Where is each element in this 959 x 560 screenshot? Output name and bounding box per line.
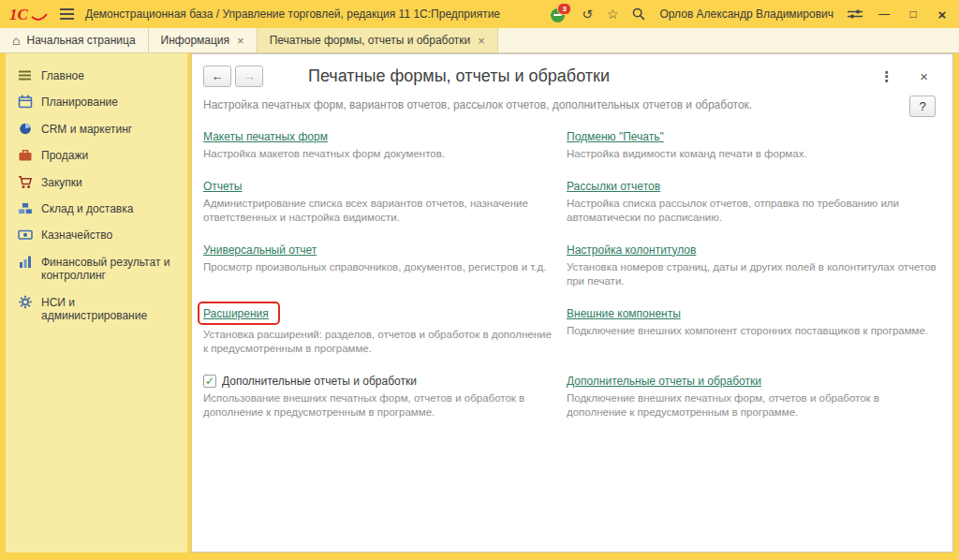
feature-description: Настройка видимости команд печати в форм…: [567, 147, 941, 161]
feature-description: Подключение внешних компонент сторонних …: [567, 324, 941, 338]
form-actions: ⋮ ×: [879, 68, 941, 85]
sidebar-item-label: Планирование: [41, 96, 118, 109]
discussions-icon[interactable]: 3: [551, 7, 568, 22]
main-menu-icon[interactable]: [60, 8, 74, 20]
tab-information[interactable]: Информация ×: [149, 28, 258, 52]
sidebar-item-label: НСИ и администрирование: [41, 296, 180, 323]
forward-arrow-icon: →: [243, 69, 256, 83]
page-title: Печатные формы, отчеты и обработки: [308, 66, 610, 86]
tab-close-icon[interactable]: ×: [478, 35, 485, 47]
feature-extensions: Расширения Установка расширений: раздело…: [203, 304, 557, 356]
minimize-button[interactable]: —: [877, 7, 892, 21]
link-report-mailings[interactable]: Рассылки отчетов: [567, 180, 660, 193]
link-headers-footers[interactable]: Настройка колонтитулов: [567, 243, 696, 257]
titlebar-actions: 3 ↺ ☆ Орлов Александр Владимирович —: [551, 7, 950, 22]
back-arrow-icon: ←: [212, 69, 224, 83]
link-reports[interactable]: Отчеты: [203, 180, 242, 193]
checkbox-label: Дополнительные отчеты и обработки: [222, 375, 417, 388]
highlight-annotation: Расширения: [198, 302, 280, 325]
checkbox-additional-reports[interactable]: ✓ Дополнительные отчеты и обработки: [203, 375, 417, 388]
more-actions-icon[interactable]: ⋮: [879, 68, 893, 85]
feature-description: Подключение внешних печатных форм, отчет…: [567, 391, 941, 420]
feature-description: Администрирование списка всех вариантов …: [203, 197, 557, 225]
tab-print-forms[interactable]: Печатные формы, отчеты и обработки ×: [258, 28, 498, 52]
feature-description: Настройка макетов печатных форм документ…: [203, 147, 557, 161]
feature-additional-reports-link: Дополнительные отчеты и обработки Подклю…: [567, 372, 941, 420]
sidebar-item-purchases[interactable]: Закупки: [6, 169, 187, 196]
tab-label: Печатные формы, отчеты и обработки: [270, 34, 471, 47]
feature-additional-reports-toggle: ✓ Дополнительные отчеты и обработки Испо…: [203, 372, 557, 420]
feature-print-templates: Макеты печатных форм Настройка макетов п…: [203, 127, 557, 161]
back-button[interactable]: ←: [203, 66, 231, 87]
feature-description: Установка расширений: разделов, отчетов …: [203, 328, 557, 356]
tab-home-page[interactable]: ⌂ Начальная страница: [0, 28, 149, 52]
cart-icon: [18, 175, 33, 189]
link-additional-reports[interactable]: Дополнительные отчеты и обработки: [567, 375, 761, 388]
sidebar-item-sales[interactable]: Продажи: [6, 142, 187, 169]
feature-description: Установка номеров страниц, даты и других…: [567, 260, 941, 288]
sidebar-item-financial-result[interactable]: Финансовый результат и контроллинг: [6, 249, 187, 289]
tab-label: Начальная страница: [26, 34, 135, 47]
feature-description: Настройка списка рассылок отчетов, отпра…: [567, 197, 941, 225]
bar-chart-icon: [18, 255, 33, 269]
checkbox-box[interactable]: ✓: [203, 375, 216, 388]
form-header: ← → Печатные формы, отчеты и обработки ⋮…: [192, 54, 952, 87]
feature-report-mailings: Рассылки отчетов Настройка списка рассыл…: [567, 177, 941, 225]
sidebar-item-label: Казначейство: [41, 228, 112, 242]
features-grid: Макеты печатных форм Настройка макетов п…: [192, 111, 952, 419]
sidebar-item-label: Закупки: [41, 176, 82, 189]
sidebar-item-warehouse[interactable]: Склад и доставка: [6, 196, 187, 222]
link-universal-report[interactable]: Универсальный отчет: [203, 243, 317, 257]
link-print-submenu[interactable]: Подменю "Печать": [567, 130, 664, 143]
money-icon: [18, 228, 33, 242]
history-icon[interactable]: ↺: [582, 7, 593, 21]
gear-icon: [18, 295, 33, 309]
sidebar-item-crm[interactable]: CRM и маркетинг: [6, 116, 187, 142]
calendar-icon: [18, 95, 33, 109]
home-icon: ⌂: [12, 34, 20, 47]
help-button[interactable]: ?: [909, 96, 936, 117]
tab-label: Информация: [161, 34, 229, 47]
view-settings-icon[interactable]: [848, 8, 863, 20]
feature-description: Использование внешних печатных форм, отч…: [203, 391, 557, 420]
close-button[interactable]: ×: [935, 7, 950, 22]
maximize-button[interactable]: □: [906, 7, 921, 21]
feature-external-components: Внешние компоненты Подключение внешних к…: [567, 304, 941, 356]
sidebar-item-label: Финансовый результат и контроллинг: [41, 256, 180, 283]
sidebar-item-planning[interactable]: Планирование: [6, 89, 187, 115]
link-external-components[interactable]: Внешние компоненты: [567, 307, 681, 320]
search-icon[interactable]: [632, 7, 645, 21]
sidebar-item-treasury[interactable]: Казначейство: [6, 222, 187, 248]
forward-button[interactable]: →: [235, 66, 263, 87]
feature-print-submenu: Подменю "Печать" Настройка видимости ком…: [567, 127, 941, 161]
tab-close-icon[interactable]: ×: [237, 35, 244, 47]
feature-description: Просмотр произвольных справочников, доку…: [203, 260, 557, 274]
pie-chart-icon: [18, 122, 33, 136]
feature-headers-footers: Настройка колонтитулов Установка номеров…: [567, 241, 941, 288]
svg-text:1С: 1С: [9, 6, 29, 23]
list-icon: [18, 68, 33, 82]
form-close-icon[interactable]: ×: [920, 68, 928, 84]
feature-reports: Отчеты Администрирование списка всех вар…: [203, 177, 557, 225]
current-user[interactable]: Орлов Александр Владимирович: [659, 7, 834, 21]
feature-universal-report: Универсальный отчет Просмотр произвольны…: [203, 241, 557, 288]
sidebar-item-administration[interactable]: НСИ и администрирование: [6, 289, 187, 330]
check-icon: ✓: [205, 376, 214, 387]
sidebar-item-label: Продажи: [41, 149, 88, 162]
sidebar-item-label: Главное: [41, 69, 84, 82]
briefcase-icon: [18, 148, 33, 162]
notification-badge: 3: [557, 3, 571, 15]
window-titlebar: 1С Демонстрационная база / Управление то…: [0, 0, 959, 28]
sidebar-item-label: Склад и доставка: [41, 202, 133, 215]
sections-panel: Главное Планирование CRM и маркетинг: [6, 53, 187, 553]
open-windows-bar: ⌂ Начальная страница Информация × Печатн…: [0, 28, 959, 53]
form-subtitle: Настройка печатных форм, вариантов отчет…: [192, 87, 952, 111]
link-print-templates[interactable]: Макеты печатных форм: [203, 130, 328, 143]
sidebar-item-label: CRM и маркетинг: [41, 123, 132, 136]
boxes-icon: [18, 201, 33, 215]
link-extensions[interactable]: Расширения: [203, 307, 269, 320]
favorites-star-icon[interactable]: ☆: [607, 7, 619, 21]
form-area: ← → Печатные формы, отчеты и обработки ⋮…: [191, 53, 953, 553]
sidebar-item-main[interactable]: Главное: [6, 63, 187, 89]
1c-logo: 1С: [9, 5, 49, 23]
